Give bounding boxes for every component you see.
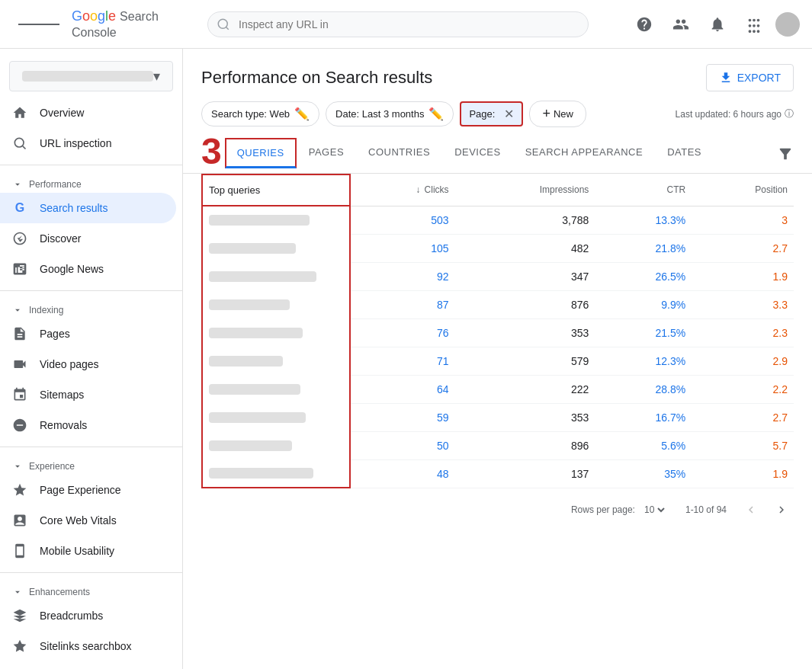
query-cell-5 xyxy=(202,347,350,375)
google-g-icon: G xyxy=(12,200,27,216)
sidebar-item-sitemaps[interactable]: Sitemaps xyxy=(0,379,176,410)
clicks-val-1: 105 xyxy=(350,234,454,262)
svg-point-0 xyxy=(218,19,227,28)
position-val-4: 2.3 xyxy=(692,318,794,347)
sidebar-item-google-news[interactable]: Google News xyxy=(0,254,176,284)
tabs-row: 3 QUERIES PAGES COUNTRIES DEVICES SEARCH… xyxy=(183,133,812,174)
tab-queries[interactable]: QUERIES xyxy=(225,138,297,168)
sidebar-item-breadcrumbs[interactable]: Breadcrumbs xyxy=(0,600,176,631)
filter-icon[interactable] xyxy=(777,144,794,162)
table-row[interactable]: 48 137 35% 1.9 xyxy=(202,459,794,488)
ctr-val-4: 21.5% xyxy=(595,318,692,347)
avatar[interactable] xyxy=(775,12,800,37)
people-icon[interactable] xyxy=(666,9,696,40)
hamburger-menu[interactable] xyxy=(12,15,66,34)
help-icon[interactable] xyxy=(629,9,660,40)
sidebar-item-sitelinks-searchbox[interactable]: Sitelinks searchbox xyxy=(0,631,176,661)
position-val-6: 2.2 xyxy=(692,375,794,403)
search-icon xyxy=(217,17,230,30)
tab-countries[interactable]: COUNTRIES xyxy=(356,137,442,169)
page-navigation xyxy=(739,498,794,522)
performance-section-label[interactable]: Performance xyxy=(0,171,182,193)
removals-icon xyxy=(12,418,27,433)
sidebar-item-mobile-usability-label: Mobile Usability xyxy=(40,545,114,557)
col-position[interactable]: Position xyxy=(692,174,794,206)
main-header: Performance on Search results EXPORT xyxy=(183,49,812,101)
tab-dates[interactable]: DATES xyxy=(655,137,714,169)
sidebar-item-url-inspection[interactable]: URL inspection xyxy=(0,128,176,158)
sidebar-item-core-web-vitals[interactable]: Core Web Vitals xyxy=(0,505,176,536)
table-row[interactable]: 503 3,788 13.3% 3 xyxy=(202,206,794,234)
col-impressions[interactable]: Impressions xyxy=(455,174,595,206)
table-row[interactable]: 50 896 5.6% 5.7 xyxy=(202,431,794,459)
position-val-0: 3 xyxy=(692,206,794,234)
clicks-val-5: 71 xyxy=(350,347,454,375)
sidebar-item-removals[interactable]: Removals xyxy=(0,410,176,440)
apps-icon[interactable] xyxy=(739,9,769,40)
ctr-val-2: 26.5% xyxy=(595,262,692,290)
logo: Google Search Console xyxy=(72,8,195,40)
prev-page-button[interactable] xyxy=(739,498,763,522)
next-page-button[interactable] xyxy=(769,498,794,522)
bell-icon[interactable] xyxy=(702,9,733,40)
clicks-val-4: 76 xyxy=(350,318,454,347)
news-icon xyxy=(12,261,27,277)
last-updated: Last updated: 6 hours ago ⓘ xyxy=(676,107,794,120)
tab-pages[interactable]: PAGES xyxy=(297,137,356,169)
indexing-section-label[interactable]: Indexing xyxy=(0,297,182,318)
url-inspect-input[interactable] xyxy=(207,11,589,37)
sidebar-item-video-pages[interactable]: Video pages xyxy=(0,349,176,379)
sidebar-item-pages[interactable]: Pages xyxy=(0,318,176,349)
experience-section-label[interactable]: Experience xyxy=(0,453,182,475)
new-label: New xyxy=(554,108,573,120)
table-row[interactable]: 87 876 9.9% 3.3 xyxy=(202,290,794,318)
sidebar-item-mobile-usability[interactable]: Mobile Usability xyxy=(0,536,176,566)
search-bar[interactable] xyxy=(207,11,589,37)
page-filter[interactable]: Page: ✕ xyxy=(460,101,523,126)
export-button[interactable]: EXPORT xyxy=(706,64,794,91)
nav-divider-1 xyxy=(0,165,182,165)
chevron-down-icon: ▾ xyxy=(153,68,160,85)
query-cell-3 xyxy=(202,290,350,318)
clicks-val-9: 48 xyxy=(350,459,454,488)
ctr-val-3: 9.9% xyxy=(595,290,692,318)
clicks-val-8: 50 xyxy=(350,431,454,459)
date-label: Date: Last 3 months xyxy=(335,108,424,120)
date-filter[interactable]: Date: Last 3 months ✏️ xyxy=(326,101,454,126)
page-title: Performance on Search results xyxy=(201,68,432,88)
nav-divider-4 xyxy=(0,572,182,573)
ctr-val-1: 21.8% xyxy=(595,234,692,262)
sidebar-item-search-results[interactable]: G Search results xyxy=(0,193,176,223)
sidebar-item-videos[interactable]: Videos xyxy=(0,661,176,669)
enhancements-section-label[interactable]: Enhancements xyxy=(0,579,182,600)
discover-icon xyxy=(12,231,27,246)
col-ctr[interactable]: CTR xyxy=(595,174,692,206)
table-row[interactable]: 105 482 21.8% 2.7 xyxy=(202,234,794,262)
table-row[interactable]: 64 222 28.8% 2.2 xyxy=(202,375,794,403)
col-clicks[interactable]: ↓ Clicks xyxy=(350,174,454,206)
table-row[interactable]: 71 579 12.3% 2.9 xyxy=(202,347,794,375)
sidebar-item-google-news-label: Google News xyxy=(40,263,104,275)
sidebar-item-url-inspection-label: URL inspection xyxy=(40,137,111,149)
sidebar-item-page-experience[interactable]: Page Experience xyxy=(0,475,176,505)
rows-per-page: Rows per page: 10 25 50 xyxy=(571,504,673,516)
clear-page-filter-icon[interactable]: ✕ xyxy=(504,107,514,121)
table-row[interactable]: 76 353 21.5% 2.3 xyxy=(202,318,794,347)
tab-search-appearance[interactable]: SEARCH APPEARANCE xyxy=(513,137,655,169)
impressions-val-7: 353 xyxy=(455,403,595,431)
sidebar-item-pages-label: Pages xyxy=(40,328,70,340)
new-filter-button[interactable]: + New xyxy=(529,101,586,127)
core-web-vitals-icon xyxy=(12,513,27,528)
tab-devices[interactable]: DEVICES xyxy=(442,137,513,169)
sidebar-item-overview[interactable]: Overview xyxy=(0,98,176,128)
impressions-val-4: 353 xyxy=(455,318,595,347)
table-row[interactable]: 59 353 16.7% 2.7 xyxy=(202,403,794,431)
table-row[interactable]: 92 347 26.5% 1.9 xyxy=(202,262,794,290)
property-selector[interactable]: ▾ xyxy=(9,61,173,91)
search-type-filter[interactable]: Search type: Web ✏️ xyxy=(201,101,319,126)
sidebar-item-discover[interactable]: Discover xyxy=(0,223,176,254)
sitelinks-icon xyxy=(12,639,27,654)
position-val-7: 2.7 xyxy=(692,403,794,431)
impressions-val-5: 579 xyxy=(455,347,595,375)
rows-per-page-select[interactable]: 10 25 50 xyxy=(641,504,667,516)
